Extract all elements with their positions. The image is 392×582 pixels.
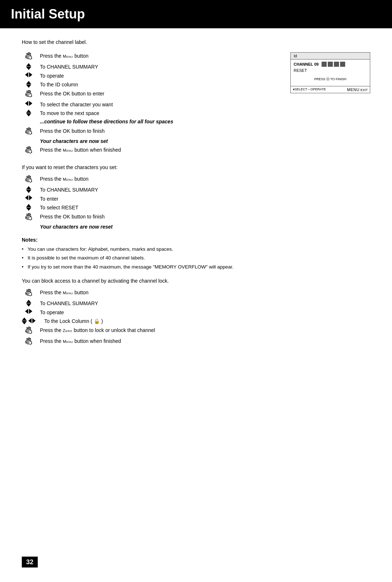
lock-instr-1: 🖏 Press the Menu button <box>22 289 370 298</box>
leftright-icon-4 <box>22 309 36 314</box>
instr-text-4: To the ID column <box>40 81 276 87</box>
instr-text-5: Press the OK button to enter <box>40 90 276 97</box>
arrow-left <box>25 72 28 77</box>
instr-text-6: To select the character you want <box>40 101 276 107</box>
instr-text-2: To CHANNEL SUMMARY <box>40 63 276 70</box>
two-col-layout: 🖏 Press the Menu button To CHANNEL SUMMA… <box>22 52 370 157</box>
hand-icon-1: 🖏 <box>22 52 36 61</box>
tv-screen-header: Id <box>291 53 370 60</box>
lock-instr-3: To operate <box>22 309 370 315</box>
lock-text-4: To the Lock Column ( 🔒 ) <box>44 317 370 324</box>
lock-instr-4: To the Lock Column ( 🔒 ) <box>22 317 370 324</box>
arrow-right <box>29 72 32 77</box>
tv-char-blocks <box>322 62 345 67</box>
instr-row-5: 🖏 Press the OK button to enter <box>22 90 276 99</box>
reset-instr-4: To select RESET <box>22 204 370 211</box>
hand-icon-7: 🖏 <box>22 289 36 298</box>
instr-text-9: Press the Menu button when finished <box>40 146 276 153</box>
lock-intro: You can block access to a channel by act… <box>22 278 370 284</box>
leftright-icon-1 <box>22 72 36 77</box>
instr-row-1: 🖏 Press the Menu button <box>22 52 276 61</box>
tv-press-finish: PRESS ⓪ TO FINISH <box>294 77 367 82</box>
updown-icon-1 <box>22 63 36 70</box>
leftright-icon-2 <box>22 101 36 106</box>
tv-bottom-bar: ♦SELECT↔OPERATE MENU EXIT <box>291 86 370 93</box>
instr-row-9: 🖏 Press the Menu button when finished <box>22 146 276 155</box>
lock-text-2: To CHANNEL SUMMARY <box>40 300 370 306</box>
updown-icon-2 <box>22 81 36 88</box>
reset-text-5: Press the OK button to finish <box>40 213 370 220</box>
hand-icon-8: 🖏 <box>22 327 36 335</box>
lock-instr-6: 🖏 Press the Menu button when finished <box>22 337 370 346</box>
lock-instr-2: To CHANNEL SUMMARY <box>22 300 370 307</box>
instr-text-3: To operate <box>40 72 276 79</box>
hand-icon-6: 🖏 <box>22 213 36 222</box>
instr-row-7: To move to the next space <box>22 110 276 116</box>
italic-set: Your characters are now set <box>40 138 276 144</box>
updown-icon-5 <box>22 204 36 211</box>
continue-italic: ...continue to follow these directions f… <box>40 119 276 124</box>
tv-screen-body: CHANNEL 09 RESET PRESS ⓪ TO FINISH <box>291 60 370 86</box>
tv-channel-row: CHANNEL 09 <box>294 62 367 67</box>
page-container: Initial Setup How to set the channel lab… <box>0 0 392 370</box>
page-number: 32 <box>22 557 38 567</box>
notes-item-2: It is possible to set the maximum of 40 … <box>22 254 370 262</box>
reset-instr-5: 🖏 Press the OK button to finish <box>22 213 370 222</box>
lock-text-3: To operate <box>40 309 370 315</box>
menu-label-1: Menu <box>63 54 73 58</box>
instr-text-8: Press the OK button to finish <box>40 127 276 134</box>
lock-text-5: Press the Zero button to lock or unlock … <box>40 327 370 333</box>
hand-icon-3: 🖏 <box>22 127 36 136</box>
instr-row-2: To CHANNEL SUMMARY <box>22 63 276 70</box>
lock-instr-5: 🖏 Press the Zero button to lock or unloc… <box>22 327 370 335</box>
reset-text-4: To select RESET <box>40 204 370 210</box>
tv-screen-col: Id CHANNEL 09 RESET PRESS ⓪ T <box>290 52 370 157</box>
hand-icon-5: 🖏 <box>22 175 36 184</box>
leftright-icon-3 <box>22 195 36 200</box>
instr-row-4: To the ID column <box>22 81 276 88</box>
notes-section: Notes: You can use characters for: Alpha… <box>22 237 370 271</box>
hand-icon-4: 🖏 <box>22 146 36 155</box>
arrow-up <box>26 63 31 66</box>
reset-text-2: To CHANNEL SUMMARY <box>40 186 370 193</box>
reset-instr-3: To enter <box>22 195 370 202</box>
instr-row-3: To operate <box>22 72 276 79</box>
instr-row-8: 🖏 Press the OK button to finish <box>22 127 276 136</box>
set-channel-intro: How to set the channel label. <box>22 39 370 45</box>
reset-text-1: Press the Menu button <box>40 175 370 182</box>
reset-section-intro: If you want to reset the characters you … <box>22 164 370 170</box>
updown-icon-6 <box>22 300 36 307</box>
lock-text-1: Press the Menu button <box>40 289 370 295</box>
lock-icon: 🔒 <box>94 318 100 324</box>
lock-text-6: Press the Menu button when finished <box>40 337 370 344</box>
italic-reset: Your characters are now reset <box>40 224 370 230</box>
instr-text-1: Press the Menu button <box>40 52 276 59</box>
updown-icon-4 <box>22 186 36 193</box>
notes-item-3: If you try to set more than the 40 maxim… <box>22 263 370 271</box>
arrow-down <box>26 67 31 70</box>
hand-icon-9: 🖏 <box>22 337 36 346</box>
reset-text-3: To enter <box>40 195 370 202</box>
reset-instr-1: 🖏 Press the Menu button <box>22 175 370 184</box>
hand-icon-2: 🖏 <box>22 90 36 99</box>
notes-list: You can use characters for: Alphabet, nu… <box>22 246 370 271</box>
notes-title: Notes: <box>22 237 370 243</box>
reset-instr-2: To CHANNEL SUMMARY <box>22 186 370 193</box>
tv-screen: Id CHANNEL 09 RESET PRESS ⓪ T <box>290 52 370 93</box>
instr-row-6: To select the character you want <box>22 101 276 107</box>
tv-reset-label: RESET <box>294 68 367 73</box>
instructions-col: 🖏 Press the Menu button To CHANNEL SUMMA… <box>22 52 276 157</box>
page-title: Initial Setup <box>0 0 392 28</box>
lock-double-icon <box>22 317 40 324</box>
instr-text-7: To move to the next space <box>40 110 276 116</box>
updown-icon-3 <box>22 110 36 116</box>
notes-item-1: You can use characters for: Alphabet, nu… <box>22 246 370 253</box>
